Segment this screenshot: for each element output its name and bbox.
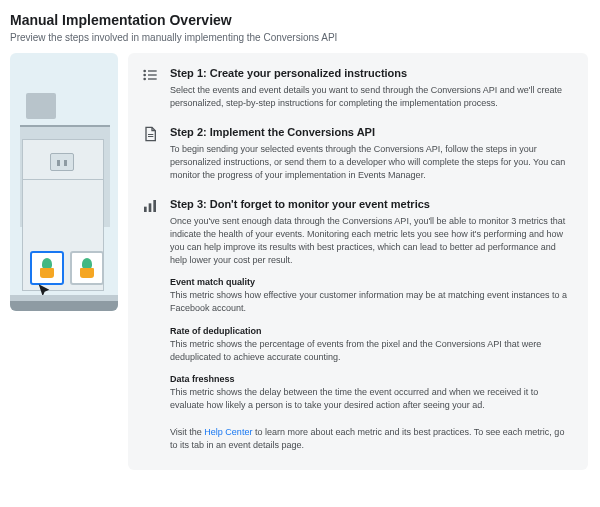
svg-rect-5 [148, 78, 157, 79]
svg-rect-10 [153, 200, 156, 212]
list-icon [142, 67, 158, 83]
help-center-link[interactable]: Help Center [204, 427, 252, 437]
step-1-title: Step 1: Create your personalized instruc… [170, 67, 574, 79]
svg-point-0 [143, 70, 146, 73]
chart-icon [142, 198, 158, 214]
step-3-desc: Once you've sent enough data through the… [170, 215, 574, 267]
step-1: Step 1: Create your personalized instruc… [142, 67, 574, 110]
metric-data-freshness: Data freshness This metric shows the del… [170, 374, 574, 412]
svg-rect-9 [149, 204, 152, 213]
plant-icon [38, 258, 56, 278]
product-card-selected [30, 251, 64, 285]
product-card [70, 251, 104, 285]
page-header: Manual Implementation Overview Preview t… [0, 0, 598, 53]
step-3-title: Step 3: Don't forget to monitor your eve… [170, 198, 574, 210]
step-2: Step 2: Implement the Conversions API To… [142, 126, 574, 182]
svg-point-4 [143, 78, 146, 81]
illustration [10, 53, 118, 311]
metric-title: Event match quality [170, 277, 574, 287]
step-1-desc: Select the events and event details you … [170, 84, 574, 110]
plant-icon [78, 258, 96, 278]
metric-desc: This metric shows how effective your cus… [170, 289, 574, 315]
scroll-container[interactable]: Manual Implementation Overview Preview t… [0, 0, 600, 507]
page-subtitle: Preview the steps involved in manually i… [10, 32, 584, 43]
metric-title: Data freshness [170, 374, 574, 384]
illustration-column [10, 53, 118, 470]
svg-rect-7 [148, 136, 153, 137]
metric-rate-deduplication: Rate of deduplication This metric shows … [170, 326, 574, 364]
content-area: Step 1: Create your personalized instruc… [0, 53, 598, 490]
steps-panel: Step 1: Create your personalized instruc… [128, 53, 588, 470]
step-2-desc: To begin sending your selected events th… [170, 143, 574, 182]
step-2-title: Step 2: Implement the Conversions API [170, 126, 574, 138]
metric-event-match-quality: Event match quality This metric shows ho… [170, 277, 574, 315]
svg-rect-8 [144, 207, 147, 212]
footer-note: Visit the Help Center to learn more abou… [170, 426, 574, 452]
metric-desc: This metric shows the percentage of even… [170, 338, 574, 364]
svg-point-2 [143, 74, 146, 77]
document-icon [142, 126, 158, 142]
step-3: Step 3: Don't forget to monitor your eve… [142, 198, 574, 267]
metric-title: Rate of deduplication [170, 326, 574, 336]
svg-rect-3 [148, 74, 157, 75]
page-title: Manual Implementation Overview [10, 12, 584, 28]
footer-prefix: Visit the [170, 427, 204, 437]
outlet-icon [50, 153, 74, 171]
svg-rect-1 [148, 70, 157, 71]
metric-desc: This metric shows the delay between the … [170, 386, 574, 412]
svg-rect-6 [148, 134, 153, 135]
